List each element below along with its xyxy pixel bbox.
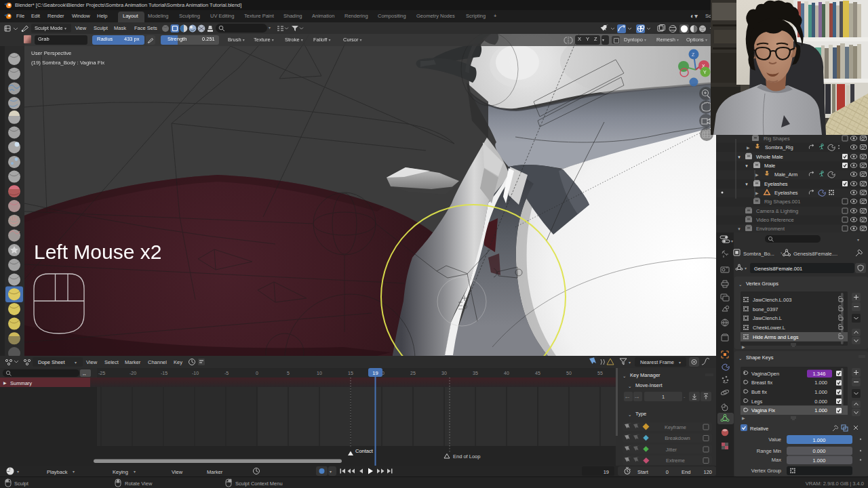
svg-text:▾: ▾ [75,361,77,365]
svg-text:120: 120 [703,469,712,475]
svg-text:1.000: 1.000 [813,458,826,464]
svg-text:Move-Insert: Move-Insert [635,382,663,388]
svg-text:JawClench.L.003: JawClench.L.003 [753,297,792,303]
svg-text:Sculpt: Sculpt [14,481,29,487]
svg-text:bone_0397: bone_0397 [753,306,778,312]
svg-text:0: 0 [256,371,258,375]
svg-text:▾: ▾ [745,266,747,270]
svg-text:Range Min: Range Min [757,448,781,454]
svg-text:▼: ▼ [737,227,741,231]
svg-text:▶: ▶ [742,416,745,420]
svg-text:⌄: ⌄ [628,384,631,388]
svg-text:19: 19 [372,370,378,376]
svg-text:-10: -10 [192,371,199,375]
svg-text:Rig Shapes.001: Rig Shapes.001 [764,199,800,205]
svg-text:Sculpt Context Menu: Sculpt Context Menu [235,481,283,487]
svg-text:Video Reference: Video Reference [756,217,794,223]
svg-text:▼: ▼ [745,164,749,168]
svg-text:⤍: ⤍ [635,395,639,399]
svg-text:-15: -15 [161,371,167,375]
svg-text:⌄: ⌄ [738,356,742,361]
svg-text:Rig Shapes: Rig Shapes [764,136,790,142]
svg-text:Max: Max [772,457,781,463]
svg-text:VaginaOpen: VaginaOpen [751,371,779,377]
svg-text:35: 35 [473,371,478,375]
svg-text:Relative: Relative [750,426,768,432]
svg-text:Contact: Contact [355,448,374,454]
svg-text:Rotate View: Rotate View [125,481,153,487]
svg-text:25: 25 [410,371,416,375]
svg-text:▾: ▾ [857,238,859,242]
svg-text:Marker: Marker [207,469,223,475]
svg-text:5: 5 [287,371,290,375]
svg-text:Genesis8Female.001: Genesis8Female.001 [754,266,802,272]
svg-text:0.000: 0.000 [813,448,826,454]
svg-text:50: 50 [566,371,572,375]
svg-text:15: 15 [348,371,353,375]
svg-text:End: End [682,469,690,475]
svg-text:▾: ▾ [330,470,332,474]
svg-text:1.000: 1.000 [814,389,827,395]
svg-text:Start: Start [637,469,649,475]
svg-text:45: 45 [535,371,540,375]
svg-text:⌄: ⌄ [738,282,742,287]
svg-text:View: View [86,359,98,365]
svg-text:1.346: 1.346 [813,371,826,377]
svg-text:0: 0 [666,469,669,475]
svg-text:Value: Value [768,436,781,443]
svg-text:▾: ▾ [679,361,681,365]
svg-text:Vertex Groups: Vertex Groups [746,281,778,287]
svg-text:55: 55 [597,371,603,375]
svg-text:Legs: Legs [751,399,763,405]
svg-text:▾: ▾ [134,470,136,474]
svg-text:Extreme: Extreme [666,458,685,464]
svg-text:40: 40 [504,371,509,375]
svg-text:Camera & Lighting: Camera & Lighting [756,208,798,214]
svg-text:▾: ▾ [629,361,631,365]
svg-text:Dope Sheet: Dope Sheet [38,359,66,365]
svg-text:Type: Type [635,411,646,417]
svg-text:Butt fix: Butt fix [751,389,767,395]
svg-text:▾: ▾ [73,470,75,474]
svg-text:End of Loop: End of Loop [453,453,480,460]
svg-text:Genesis8Female....: Genesis8Female.... [793,251,837,257]
svg-text:Nearest Frame: Nearest Frame [640,359,674,365]
svg-text:Z: Z [692,52,695,57]
svg-text:Keyframe: Keyframe [665,424,686,430]
svg-text:Key Manager: Key Manager [630,372,660,378]
svg-text:▾: ▾ [731,239,733,243]
svg-text:JawClench.L: JawClench.L [753,315,782,321]
svg-text:Select: Select [104,359,119,365]
svg-text:⌄: ⌄ [628,412,631,417]
svg-text:Vagina Fix: Vagina Fix [751,407,775,413]
svg-text:User Perspective: User Perspective [31,50,71,56]
svg-text:30: 30 [441,371,447,375]
svg-text:Playback: Playback [47,469,68,475]
svg-text:Marker: Marker [125,359,141,365]
svg-text:Sombra_Rig: Sombra_Rig [765,144,793,150]
svg-text:10: 10 [317,371,322,375]
svg-text:▼: ▼ [737,155,741,159]
svg-text:▾: ▾ [17,470,19,474]
svg-text:1.000: 1.000 [814,380,827,386]
svg-text:Jitter: Jitter [666,447,677,453]
svg-text:View: View [172,469,183,475]
svg-text:▶: ▶ [742,345,745,349]
svg-text:VRAM: 2.9/8.0 GiB | 3.4.0: VRAM: 2.9/8.0 GiB | 3.4.0 [806,481,864,487]
svg-text:⌄: ⌄ [623,373,626,378]
svg-text:▶: ▶ [747,146,750,150]
svg-text:1.000: 1.000 [814,407,827,413]
svg-text:-25: -25 [98,371,105,375]
svg-text:Keying: Keying [113,469,128,475]
svg-text:Summary: Summary [10,380,32,386]
svg-text:Male_Arm: Male_Arm [774,171,797,178]
svg-text:Eyelashes: Eyelashes [774,190,798,196]
svg-text:▶: ▶ [755,191,759,195]
svg-text:-20: -20 [130,371,136,375]
svg-text:Key: Key [174,359,182,365]
svg-text:Sombra_Bo...: Sombra_Bo... [743,251,774,257]
svg-text:Left Mouse x2: Left Mouse x2 [34,241,161,263]
svg-text:0.000: 0.000 [814,399,827,405]
svg-text:Vertex Group: Vertex Group [751,468,781,474]
svg-text:-5: -5 [224,371,229,375]
